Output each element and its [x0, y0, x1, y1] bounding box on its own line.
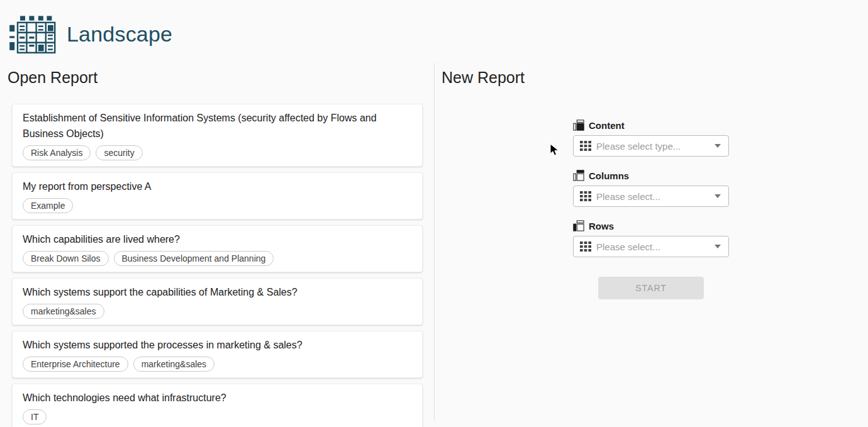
report-title: Which systems support the capabilities o…	[23, 284, 412, 300]
report-title: My report from perspective A	[23, 179, 412, 194]
app-header: Landscape	[0, 0, 868, 63]
chevron-down-icon	[715, 194, 721, 198]
tag-row: Example	[23, 198, 412, 213]
rows-matrix-icon	[573, 220, 584, 231]
content-label-row: Content	[573, 119, 729, 131]
report-card[interactable]: Which technologies need what infrastruct…	[12, 384, 423, 427]
report-tag: security	[96, 145, 142, 160]
content-field-label: Content	[589, 120, 625, 131]
report-tag: marketing&sales	[133, 357, 215, 372]
columns-select-placeholder: Please select...	[596, 191, 715, 202]
open-report-heading: Open Report	[8, 69, 423, 86]
report-card[interactable]: My report from perspective A Example	[12, 172, 423, 219]
grid-icon	[580, 241, 591, 252]
report-card[interactable]: Establishment of Sensitive Information S…	[12, 104, 423, 167]
content-select[interactable]: Please select type...	[573, 135, 729, 157]
report-card[interactable]: Which capabilities are lived where? Brea…	[12, 225, 423, 272]
report-tag: Break Down Silos	[23, 251, 109, 266]
report-card[interactable]: Which systems support the capabilities o…	[12, 278, 423, 325]
tag-row: marketing&sales	[23, 304, 412, 319]
report-tag: IT	[23, 409, 47, 424]
landscape-logo-icon	[8, 14, 58, 55]
rows-field-group: Rows Please select...	[573, 220, 729, 257]
grid-icon	[580, 140, 591, 152]
tag-row: Break Down Silos Business Development an…	[23, 251, 412, 266]
rows-select[interactable]: Please select...	[573, 236, 729, 257]
report-tag: Example	[23, 198, 73, 213]
new-report-heading: New Report	[442, 69, 868, 86]
report-title: Which technologies need what infrastruct…	[23, 390, 412, 406]
report-card[interactable]: Which systems supported the processes in…	[12, 331, 423, 378]
open-report-panel: Open Report Establishment of Sensitive I…	[0, 63, 434, 427]
report-list: Establishment of Sensitive Information S…	[12, 104, 423, 427]
columns-field-group: Columns Please select...	[573, 170, 729, 207]
chevron-down-icon	[715, 245, 721, 248]
new-report-panel: New Report Content	[434, 63, 868, 420]
report-tag: Risk Analysis	[23, 145, 91, 160]
report-tag: Enterprise Architecture	[23, 357, 128, 372]
columns-matrix-icon	[573, 170, 584, 181]
content-area: Open Report Establishment of Sensitive I…	[0, 63, 868, 427]
grid-icon	[580, 191, 591, 202]
new-report-form: Content Please select type...	[573, 119, 729, 299]
rows-select-placeholder: Please select...	[596, 241, 715, 252]
content-field-group: Content Please select type...	[573, 119, 729, 157]
report-tag: marketing&sales	[23, 304, 104, 319]
columns-select[interactable]: Please select...	[573, 186, 729, 207]
content-matrix-icon	[573, 119, 584, 131]
app-title: Landscape	[67, 22, 172, 47]
rows-field-label: Rows	[589, 221, 614, 231]
start-button[interactable]: START	[598, 277, 704, 299]
report-title: Which systems supported the processes in…	[23, 337, 412, 353]
columns-field-label: Columns	[589, 170, 629, 181]
rows-label-row: Rows	[573, 220, 729, 231]
tag-row: Enterprise Architecture marketing&sales	[23, 357, 412, 372]
tag-row: Risk Analysis security	[23, 145, 412, 160]
content-select-placeholder: Please select type...	[596, 141, 715, 152]
report-title: Establishment of Sensitive Information S…	[23, 110, 412, 141]
columns-label-row: Columns	[573, 170, 729, 181]
tag-row: IT	[23, 409, 412, 424]
report-title: Which capabilities are lived where?	[23, 231, 412, 247]
report-tag: Business Development and Planning	[114, 251, 274, 266]
chevron-down-icon	[715, 144, 721, 148]
